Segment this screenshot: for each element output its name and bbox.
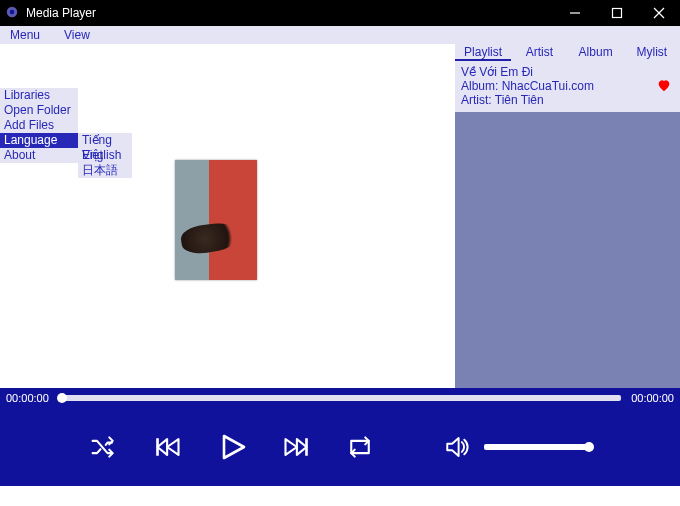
side-panel: Playlist Artist Album Mylist Về Với Em Đ…	[455, 44, 680, 388]
volume-bar[interactable]	[484, 444, 592, 450]
volume-thumb[interactable]	[584, 442, 594, 452]
seek-thumb[interactable]	[57, 393, 67, 403]
track-album: Album: NhacCuaTui.com	[461, 79, 674, 93]
tab-playlist[interactable]: Playlist	[455, 44, 511, 61]
svg-point-1	[10, 10, 15, 15]
next-button[interactable]	[280, 431, 312, 463]
menubar: Menu View	[0, 26, 680, 44]
side-tabs: Playlist Artist Album Mylist	[455, 44, 680, 61]
volume-block	[444, 431, 592, 463]
play-button[interactable]	[216, 431, 248, 463]
menu-add-files[interactable]: Add Files	[0, 118, 78, 133]
menu-libraries[interactable]: Libraries	[0, 88, 78, 103]
app-icon	[6, 6, 20, 20]
tab-album[interactable]: Album	[568, 44, 624, 61]
album-cover	[175, 160, 257, 280]
svg-marker-11	[297, 439, 307, 455]
svg-rect-3	[613, 9, 622, 18]
content-area: Playlist Artist Album Mylist Về Với Em Đ…	[0, 44, 680, 388]
previous-button[interactable]	[152, 431, 184, 463]
volume-button[interactable]	[444, 431, 470, 463]
menu-menu[interactable]: Menu	[4, 26, 46, 44]
svg-marker-13	[447, 438, 458, 456]
titlebar: Media Player	[0, 0, 680, 26]
track-artist: Artist: Tiên Tiên	[461, 93, 674, 107]
svg-marker-9	[224, 436, 244, 458]
track-title: Về Với Em Đi	[461, 65, 674, 79]
shuffle-button[interactable]	[88, 431, 120, 463]
repeat-button[interactable]	[344, 431, 376, 463]
lang-ja[interactable]: 日本語	[78, 163, 132, 178]
svg-marker-10	[286, 439, 297, 455]
progress-row: 00:00:00 00:00:00	[0, 388, 680, 408]
tab-artist[interactable]: Artist	[511, 44, 567, 61]
menu-view[interactable]: View	[58, 26, 96, 44]
menu-about[interactable]: About	[0, 148, 78, 163]
lang-vi[interactable]: Tiếng Việt	[78, 133, 132, 148]
tab-mylist[interactable]: Mylist	[624, 44, 680, 61]
total-time: 00:00:00	[631, 392, 674, 404]
seek-bar[interactable]	[59, 395, 621, 401]
lang-en[interactable]: English	[78, 148, 132, 163]
maximize-button[interactable]	[596, 0, 638, 26]
track-row[interactable]: Về Với Em Đi Album: NhacCuaTui.com Artis…	[455, 61, 680, 112]
controls-bar	[0, 408, 680, 486]
elapsed-time: 00:00:00	[6, 392, 49, 404]
menu-dropdown: Libraries Open Folder Add Files Language…	[0, 88, 78, 163]
window-title: Media Player	[26, 6, 554, 20]
playlist-body	[455, 112, 680, 388]
menu-open-folder[interactable]: Open Folder	[0, 103, 78, 118]
close-button[interactable]	[638, 0, 680, 26]
minimize-button[interactable]	[554, 0, 596, 26]
menu-language[interactable]: Language	[0, 133, 78, 148]
svg-marker-7	[158, 439, 168, 455]
heart-icon[interactable]	[656, 77, 672, 93]
language-submenu: Tiếng Việt English 日本語	[78, 133, 132, 178]
svg-marker-6	[167, 439, 178, 455]
